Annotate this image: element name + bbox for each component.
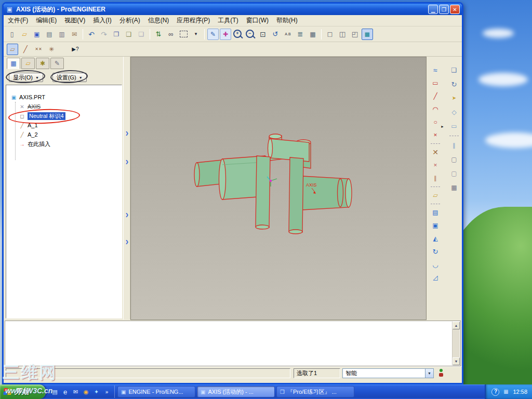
- style-curve-icon[interactable]: ≈: [430, 65, 441, 75]
- taskbar-button-browser[interactable]: ❒ 『Pro/E练习区』 ...: [276, 386, 354, 397]
- filter-caret-icon[interactable]: ▾: [190, 29, 202, 40]
- start-button[interactable]: 开始: [0, 384, 46, 399]
- rotate-view-icon[interactable]: ↻: [449, 79, 459, 89]
- minimize-button[interactable]: ▁: [428, 5, 438, 14]
- splitter-chevron-icon[interactable]: ❯: [125, 159, 129, 164]
- menu-window[interactable]: 窗口(W): [246, 16, 269, 25]
- hidden-line-display-icon[interactable]: ◫: [337, 29, 348, 40]
- scroll-down-icon[interactable]: ▼: [453, 357, 460, 365]
- message-scrollbar[interactable]: ▲ ▼: [452, 322, 460, 365]
- print-icon[interactable]: ▤: [44, 29, 55, 40]
- datum-point-icon[interactable]: ✕✕: [33, 44, 44, 55]
- tray-device-icon[interactable]: ▦: [502, 388, 510, 396]
- point-tool-icon[interactable]: ✕: [430, 130, 441, 140]
- new-file-icon[interactable]: ▯: [6, 29, 18, 40]
- crankshaft-3d-model[interactable]: AXIS: [131, 57, 426, 320]
- no-hidden-display-icon[interactable]: ◰: [349, 29, 361, 40]
- email-icon[interactable]: ✉: [69, 29, 80, 40]
- menu-analysis[interactable]: 分析(A): [119, 16, 140, 25]
- splitter-chevron-icon[interactable]: ❯: [125, 131, 129, 136]
- annotate-tab[interactable]: ✎: [50, 58, 64, 69]
- selection-filter-icon[interactable]: [178, 29, 189, 40]
- panel-splitter[interactable]: ❯ ❯ ❯ ❯: [123, 57, 130, 320]
- line-tool-icon[interactable]: ╱: [430, 91, 441, 101]
- menu-file[interactable]: 文件(F): [8, 16, 28, 25]
- rotate-tool-icon[interactable]: ↻: [430, 246, 441, 257]
- media-player-icon[interactable]: ◉: [82, 388, 90, 396]
- splitter-chevron-icon[interactable]: ❯: [125, 240, 129, 244]
- construction-x-icon[interactable]: ✕: [430, 147, 441, 157]
- zoom-fit-icon[interactable]: ⊡: [257, 29, 269, 40]
- palette-grid-icon[interactable]: ▦: [449, 182, 459, 193]
- paste-icon[interactable]: ❑: [123, 29, 135, 40]
- select-arrow-icon[interactable]: ➤: [449, 93, 459, 103]
- tree-item-neutral-datum[interactable]: ◻ Neutral 标识4: [6, 111, 122, 121]
- offset-lines-icon[interactable]: ∥: [430, 173, 441, 183]
- redo-icon[interactable]: ↷: [98, 29, 110, 40]
- tree-item-axis-feature[interactable]: ✕ AXIS: [6, 102, 122, 111]
- tray-help-icon[interactable]: ?: [491, 388, 499, 396]
- copy-icon[interactable]: ❐: [111, 29, 122, 40]
- tree-item-a1[interactable]: ╱ A_1: [6, 121, 122, 130]
- message-area[interactable]: ▲ ▼: [5, 321, 461, 366]
- tree-item-insert-here[interactable]: → 在此插入: [6, 139, 122, 149]
- menu-insert[interactable]: 插入(I): [93, 16, 111, 25]
- circle-tool-icon[interactable]: ○: [430, 117, 441, 127]
- menu-tools[interactable]: 工具(T): [218, 16, 238, 25]
- restore-button[interactable]: ❐: [439, 5, 449, 14]
- paste-special-icon[interactable]: ❏: [136, 29, 147, 40]
- graphics-viewport[interactable]: AXIS: [130, 57, 427, 320]
- messenger-icon[interactable]: ✦: [92, 388, 101, 396]
- display-dropdown-button[interactable]: 显示(O) ▼: [9, 73, 43, 82]
- plane-tool-icon[interactable]: ▢: [449, 168, 459, 179]
- view-manager-icon[interactable]: ▦: [307, 29, 318, 40]
- print-preview-icon[interactable]: ▥: [56, 29, 68, 40]
- axis-point-icon[interactable]: ✕: [430, 160, 441, 170]
- ie-icon[interactable]: e: [61, 388, 70, 396]
- boundary-tool-icon[interactable]: ▭: [449, 121, 459, 131]
- repaint-icon[interactable]: ✎: [207, 29, 219, 40]
- undo-icon[interactable]: ↶: [86, 29, 97, 40]
- mirror-tool-icon[interactable]: ◭: [430, 233, 441, 244]
- spin-center-icon[interactable]: ✚: [220, 29, 231, 40]
- datum-axis-icon[interactable]: ╱: [20, 44, 31, 55]
- settings-dropdown-button[interactable]: 设置(G) ▼: [52, 73, 87, 82]
- datum-csys-icon[interactable]: ✳: [46, 44, 57, 55]
- zoom-in-icon[interactable]: [232, 29, 244, 40]
- rectangle-tool-icon[interactable]: ▭: [430, 78, 441, 88]
- model-tree-tab[interactable]: ▦: [7, 58, 20, 69]
- tree-item-a2[interactable]: ╱ A_2: [6, 130, 122, 139]
- layers-icon[interactable]: ≣: [295, 29, 306, 40]
- outlook-icon[interactable]: ✉: [71, 388, 80, 396]
- open-folder-icon[interactable]: ▱: [19, 29, 30, 40]
- pattern-tool-icon[interactable]: ∥: [449, 140, 459, 151]
- sketch-tool-icon[interactable]: ▢: [449, 154, 459, 165]
- taskbar-button-axis[interactable]: ▣ AXIS (活动的) - ...: [197, 386, 275, 397]
- reorient-icon[interactable]: ↺: [270, 29, 281, 40]
- tree-item-part[interactable]: ▣ AXIS.PRT: [6, 92, 122, 102]
- menu-help[interactable]: 帮助(H): [276, 16, 298, 25]
- regenerate-icon[interactable]: ⇅: [153, 29, 164, 40]
- palette-icon[interactable]: ▱: [430, 190, 441, 201]
- datum-plane-icon[interactable]: ▱: [7, 44, 18, 55]
- wireframe-display-icon[interactable]: ◻: [324, 29, 336, 40]
- rules-display-tab[interactable]: ✱: [36, 58, 49, 69]
- shaded-display-icon[interactable]: ◼: [362, 29, 373, 40]
- section-tool-icon[interactable]: ▣: [430, 220, 441, 231]
- taskbar-button-engine[interactable]: ▣ ENGINE - Pro/ENG...: [117, 386, 195, 397]
- layer-tree-tab[interactable]: ▱: [21, 58, 35, 69]
- menu-edit[interactable]: 编辑(E): [36, 16, 57, 25]
- combo-caret-icon[interactable]: ▼: [425, 369, 433, 378]
- show-desktop-icon[interactable]: ▤: [50, 388, 59, 396]
- scroll-up-icon[interactable]: ▲: [453, 322, 460, 329]
- title-bar[interactable]: ▣ AXIS (活动的) - Pro/ENGINEER ▁ ❐ ✕: [4, 4, 462, 15]
- fill-tool-icon[interactable]: ▤: [430, 207, 441, 218]
- flyout-arrow-icon[interactable]: ►: [441, 125, 444, 128]
- chamfer-tool-icon[interactable]: ◿: [430, 272, 441, 283]
- taskbar-clock[interactable]: 12:58: [513, 389, 527, 395]
- selection-filter-combo[interactable]: 智能 ▼: [342, 368, 434, 378]
- saved-views-icon[interactable]: A.B: [282, 29, 294, 40]
- qlaunch-chevron-icon[interactable]: »: [102, 388, 111, 396]
- close-button[interactable]: ✕: [450, 5, 460, 14]
- zoom-out-icon[interactable]: [245, 29, 256, 40]
